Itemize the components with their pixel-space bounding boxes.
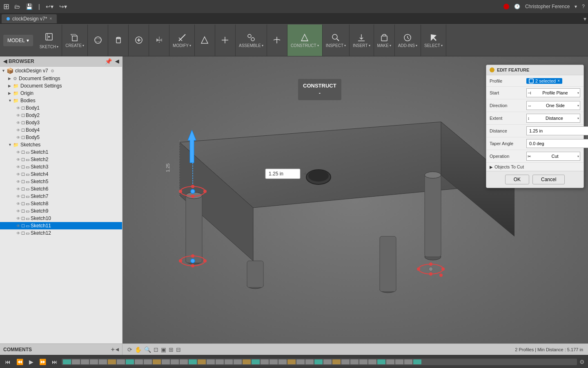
pan-icon[interactable]: ✋ xyxy=(135,346,142,353)
save-icon[interactable]: 💾 xyxy=(24,2,34,11)
toolbar-make[interactable]: MAKE▾ xyxy=(374,25,395,56)
sketch4-checkbox[interactable]: ☐ xyxy=(21,172,25,177)
body2-checkbox[interactable]: ☐ xyxy=(21,113,25,118)
ef-operation-select[interactable]: ✂ Cut ▾ xyxy=(526,152,580,161)
sidebar-item-doc-settings[interactable]: ▶ ⚙ Document Settings xyxy=(0,75,122,82)
sidebar-item-sketch4[interactable]: 👁 ☐ ▭ Sketch4 xyxy=(0,171,122,178)
sketch12-eye-icon[interactable]: 👁 xyxy=(16,231,20,236)
timeline-item[interactable] xyxy=(350,359,359,364)
timeline-item[interactable] xyxy=(81,359,89,364)
timeline-settings-icon[interactable]: ⚙ xyxy=(579,359,585,365)
sidebar-collapse-icon[interactable]: ◀ xyxy=(3,58,7,64)
sketch6-checkbox[interactable]: ☐ xyxy=(21,187,25,191)
undo-icon[interactable]: ↩▾ xyxy=(44,2,55,11)
body4-eye-icon[interactable]: 👁 xyxy=(16,128,20,132)
sketch6-eye-icon[interactable]: 👁 xyxy=(16,187,20,191)
grid-icon[interactable]: ⊞ xyxy=(169,346,174,353)
sketch3-eye-icon[interactable]: 👁 xyxy=(16,165,20,169)
tl-play-btn[interactable]: ▶ xyxy=(27,358,35,366)
ef-extent-select[interactable]: ↕ Distance ▾ xyxy=(526,114,580,123)
sketch10-checkbox[interactable]: ☐ xyxy=(21,216,25,221)
fit-icon[interactable]: ⊡ xyxy=(154,346,158,353)
timeline-item[interactable] xyxy=(359,359,368,364)
timeline-item[interactable] xyxy=(386,359,394,364)
timeline-item[interactable] xyxy=(296,359,305,364)
timeline-item[interactable] xyxy=(63,359,71,364)
timeline-item[interactable] xyxy=(135,359,143,364)
sidebar-item-sketches[interactable]: ▼ 📁 Sketches xyxy=(0,141,122,148)
tl-next-end-btn[interactable]: ⏭ xyxy=(50,358,59,366)
sidebar-item-sketch10[interactable]: 👁 ☐ ▭ Sketch10 xyxy=(0,215,122,222)
tl-prev-btn[interactable]: ⏪ xyxy=(15,358,25,366)
sidebar-item-body2[interactable]: 👁 ☐ Body2 xyxy=(0,112,122,119)
timeline-item[interactable] xyxy=(287,359,296,364)
3d-viewport[interactable]: 1.25 in 1.25 CONSTRUCT - FRONT xyxy=(122,56,588,343)
toolbar-create-add[interactable] xyxy=(129,25,149,56)
sketch5-checkbox[interactable]: ☐ xyxy=(21,180,25,184)
timeline-item[interactable] xyxy=(234,359,242,364)
sidebar-item-sketch9[interactable]: 👁 ☐ ▭ Sketch9 xyxy=(0,207,122,215)
timeline-item[interactable] xyxy=(207,359,215,364)
timeline-item[interactable] xyxy=(305,359,314,364)
zoom-icon[interactable]: 🔍 xyxy=(144,346,151,353)
help-icon[interactable]: ? xyxy=(582,4,585,9)
toolbar-addins[interactable]: ADD-INS▾ xyxy=(395,25,421,56)
body3-checkbox[interactable]: ☐ xyxy=(21,121,25,125)
sketch1-checkbox[interactable]: ☐ xyxy=(21,150,25,155)
timeline-item[interactable] xyxy=(252,359,260,364)
timeline-item[interactable] xyxy=(108,359,116,364)
body1-checkbox[interactable]: ☐ xyxy=(21,106,25,110)
timeline-item[interactable] xyxy=(270,359,278,364)
body4-checkbox[interactable]: ☐ xyxy=(21,128,25,132)
sketch10-eye-icon[interactable]: 👁 xyxy=(16,216,20,221)
toolbar-create-sphere[interactable] xyxy=(88,25,108,56)
timeline-item[interactable] xyxy=(180,359,188,364)
tab-close-btn[interactable]: × xyxy=(49,16,52,21)
sketch1-eye-icon[interactable]: 👁 xyxy=(16,150,20,155)
ef-profile-badge[interactable]: 2 selected × xyxy=(526,78,562,84)
profile-clear-btn[interactable]: × xyxy=(557,79,560,83)
sidebar-item-body5[interactable]: 👁 ☐ Body5 xyxy=(0,134,122,141)
display-icon[interactable]: ▣ xyxy=(161,346,166,353)
sidebar-item-sketch8[interactable]: 👁 ☐ ▭ Sketch8 xyxy=(0,200,122,207)
sidebar-item-sketch1[interactable]: 👁 ☐ ▭ Sketch1 xyxy=(0,148,122,156)
toolbar-create-mirror[interactable] xyxy=(149,25,169,56)
tl-next-btn[interactable]: ⏩ xyxy=(38,358,48,366)
file-icon[interactable]: 🗁 xyxy=(13,2,22,11)
tree-root[interactable]: ▼ 📦 clockDesign v7 ⚙ xyxy=(0,67,122,75)
tl-prev-start-btn[interactable]: ⏮ xyxy=(3,358,12,366)
toolbar-assemble2[interactable] xyxy=(267,25,287,56)
timeline-item[interactable] xyxy=(413,359,421,364)
timeline-item[interactable] xyxy=(377,359,385,364)
timeline-item[interactable] xyxy=(261,359,269,364)
toolbar-modify[interactable]: MODIFY▾ xyxy=(169,25,195,56)
sidebar-item-sketch11[interactable]: 👁 ☐ ▭ Sketch11 xyxy=(0,222,122,229)
sketch9-checkbox[interactable]: ☐ xyxy=(21,209,25,213)
toolbar-modify3[interactable] xyxy=(215,25,236,56)
sidebar-expand-icon[interactable]: ◀ xyxy=(115,58,119,64)
add-comment-btn[interactable]: ＋ xyxy=(110,346,116,353)
timeline-item[interactable] xyxy=(99,359,107,364)
timeline-item[interactable] xyxy=(198,359,206,364)
sketch8-checkbox[interactable]: ☐ xyxy=(21,202,25,206)
sidebar-item-sketch2[interactable]: 👁 ☐ ▭ Sketch2 xyxy=(0,156,122,163)
tab-expand-icon[interactable]: ▾ xyxy=(584,16,586,22)
timeline-item[interactable] xyxy=(162,359,170,364)
timeline-item[interactable] xyxy=(171,359,179,364)
ef-distance-input[interactable] xyxy=(526,126,588,135)
toolbar-sketch[interactable]: SKETCH▾ xyxy=(36,25,62,56)
timeline-item[interactable] xyxy=(189,359,197,364)
toolbar-select[interactable]: SELECT▾ xyxy=(421,25,446,56)
sidebar-item-sketch5[interactable]: 👁 ☐ ▭ Sketch5 xyxy=(0,178,122,185)
more-icon[interactable]: ⊟ xyxy=(176,346,181,353)
sidebar-item-body1[interactable]: 👁 ☐ Body1 xyxy=(0,104,122,112)
timeline-item[interactable] xyxy=(126,359,134,364)
ef-cancel-button[interactable]: Cancel xyxy=(532,175,565,184)
timeline-item[interactable] xyxy=(341,359,350,364)
body2-eye-icon[interactable]: 👁 xyxy=(16,113,20,118)
redo-icon[interactable]: ↪▾ xyxy=(58,2,69,11)
ef-objects-to-cut[interactable]: ▶ Objects To Cut xyxy=(486,163,584,171)
sidebar-item-named-views[interactable]: ▶ 📁 Document Settings xyxy=(0,82,122,90)
sidebar-item-bodies[interactable]: ▼ 📁 Bodies xyxy=(0,97,122,104)
record-button[interactable] xyxy=(503,4,509,9)
